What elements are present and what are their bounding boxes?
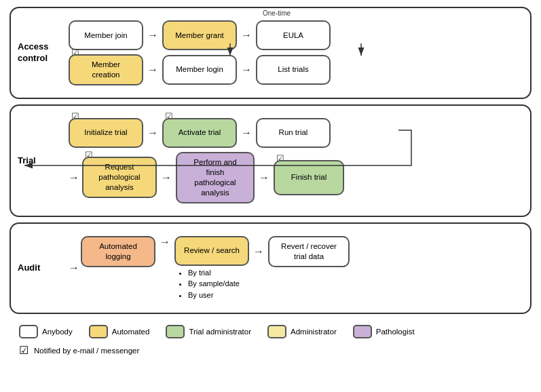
revert-recover-node: Revert / recovertrial data (268, 236, 350, 267)
legend-label-automated: Automated (112, 328, 150, 336)
audit-row: → Automatedlogging → Review / search By … (69, 236, 518, 301)
arrow10: → (249, 246, 268, 258)
legend-label-anybody: Anybody (42, 328, 73, 336)
automated-logging-node: Automatedlogging (81, 236, 155, 267)
member-creation-wrapper: ☑ Member creation (69, 54, 143, 85)
legend-admin: Administrator (267, 325, 337, 338)
arrow1: → (143, 29, 162, 41)
req-path-wrapper: ☑ Requestpathological analysis (82, 157, 157, 198)
access-control-section: Accesscontrol Member join → Member grant… (10, 7, 531, 99)
legend-notified: ☑ Notified by e-mail / messenger (19, 344, 139, 357)
arrow2: → (237, 29, 256, 41)
trial-row2: → ☑ Requestpathological analysis → Perfo… (69, 152, 518, 203)
one-time-label: One-time (263, 9, 291, 17)
audit-label: Audit (18, 262, 40, 274)
legend-box-admin (267, 325, 286, 338)
audit-bullets: By trial By sample/date By user (174, 267, 240, 301)
access-row1: Member join → Member grant → One-time EU… (69, 20, 518, 50)
bullet-by-trial: By trial (188, 267, 240, 279)
init-trial-wrapper: ☑ Initialize trial (69, 118, 143, 148)
activate-trial-node: Activate trial (162, 118, 237, 148)
audit-arrow-in-icon: → (69, 262, 79, 274)
bullet-by-sample: By sample/date (188, 278, 240, 290)
run-trial-node: Run trial (256, 118, 331, 148)
trial-section: Trial ☑ Initialize trial → ☑ Activate tr… (10, 104, 531, 217)
member-join-node: Member join (69, 20, 143, 50)
legend-box-pathologist (353, 325, 372, 338)
arrow-row2-start: → (69, 172, 82, 184)
activate-trial-wrapper: ☑ Activate trial (162, 118, 237, 148)
member-login-node: Member login (162, 55, 237, 85)
trial-row1: ☑ Initialize trial → ☑ Activate trial → … (69, 118, 518, 148)
arrow7: → (157, 172, 176, 184)
member-grant-node: Member grant (162, 20, 237, 50)
perform-path-node: Perform and finishpathological analysis (176, 152, 255, 203)
legend-trial-admin: Trial administrator (166, 325, 251, 338)
arrow6: → (237, 127, 256, 139)
access-control-label: Accesscontrol (18, 41, 49, 64)
trial-label: Trial (18, 155, 36, 166)
diagram-container: Accesscontrol Member join → Member grant… (0, 0, 541, 366)
finish-trial-wrapper: ☑ Finish trial (274, 160, 344, 195)
arrow9: → (155, 236, 174, 248)
legend-label-pathologist: Pathologist (376, 328, 415, 336)
legend-pathologist: Pathologist (353, 325, 415, 338)
arrow5: → (143, 127, 162, 139)
arrow3: → (143, 64, 162, 76)
legend-label-notified: Notified by e-mail / messenger (34, 347, 139, 355)
eula-wrapper: One-time EULA (256, 20, 331, 50)
review-search-node: Review / search (174, 236, 249, 266)
legend-check-icon: ☑ (19, 344, 29, 357)
legend-automated: Automated (89, 325, 150, 338)
legend-box-automated (89, 325, 108, 338)
eula-node: EULA (256, 20, 331, 50)
finish-trial-node: Finish trial (274, 160, 344, 195)
legend-box-anybody (19, 325, 38, 338)
legend-box-trial-admin (166, 325, 185, 338)
review-search-wrapper: Review / search By trial By sample/date … (174, 236, 249, 301)
audit-section: Audit → Automatedlogging → Review / sear… (10, 222, 531, 315)
legend-label-trial-admin: Trial administrator (189, 328, 251, 336)
member-creation-node: Member creation (69, 54, 143, 85)
access-row2: ☑ Member creation → Member login → List … (69, 54, 518, 85)
legend-anybody: Anybody (19, 325, 73, 338)
legend-label-admin: Administrator (291, 328, 337, 336)
legend: Anybody Automated Trial administrator Ad… (10, 319, 531, 359)
init-trial-node: Initialize trial (69, 118, 143, 148)
arrow4: → (237, 64, 256, 76)
bullet-by-user: By user (188, 290, 240, 301)
arrow8: → (255, 172, 274, 184)
list-trials-node: List trials (256, 55, 331, 85)
audit-arrow-in: → (69, 262, 79, 274)
req-path-node: Requestpathological analysis (82, 157, 157, 198)
